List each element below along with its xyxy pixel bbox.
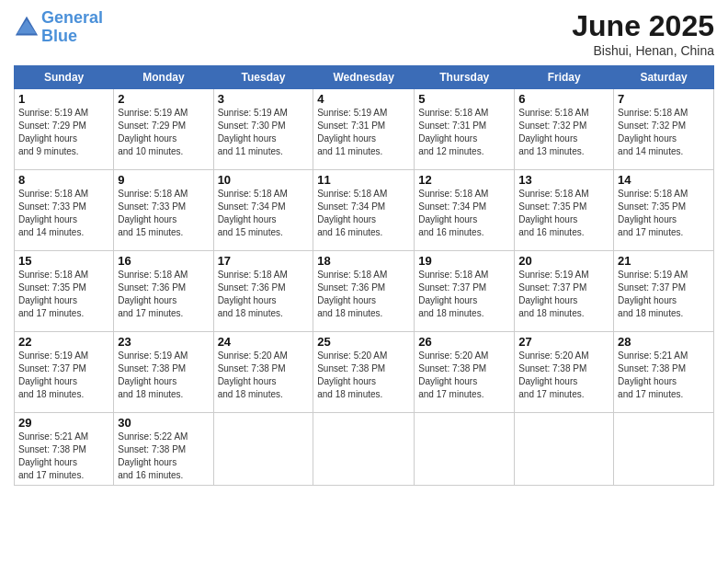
day-info: Sunrise: 5:20 AM Sunset: 7:38 PM Dayligh… bbox=[518, 350, 609, 401]
calendar-cell: 3 Sunrise: 5:19 AM Sunset: 7:30 PM Dayli… bbox=[213, 89, 313, 170]
header: General Blue June 2025 Bishui, Henan, Ch… bbox=[14, 9, 714, 58]
day-number: 27 bbox=[518, 335, 609, 349]
day-number: 14 bbox=[618, 173, 710, 187]
calendar-cell: 23 Sunrise: 5:19 AM Sunset: 7:38 PM Dayl… bbox=[114, 332, 213, 413]
day-info: Sunrise: 5:19 AM Sunset: 7:30 PM Dayligh… bbox=[218, 107, 310, 158]
day-info: Sunrise: 5:18 AM Sunset: 7:34 PM Dayligh… bbox=[218, 188, 310, 239]
calendar-cell: 16 Sunrise: 5:18 AM Sunset: 7:36 PM Dayl… bbox=[114, 251, 213, 332]
calendar-cell: 27 Sunrise: 5:20 AM Sunset: 7:38 PM Dayl… bbox=[515, 332, 614, 413]
day-info: Sunrise: 5:20 AM Sunset: 7:38 PM Dayligh… bbox=[418, 350, 510, 401]
day-number: 25 bbox=[317, 335, 410, 349]
day-number: 30 bbox=[118, 416, 209, 430]
week-row-3: 15 Sunrise: 5:18 AM Sunset: 7:35 PM Dayl… bbox=[15, 251, 714, 332]
day-number: 10 bbox=[218, 173, 310, 187]
day-number: 15 bbox=[18, 254, 109, 268]
title-block: June 2025 Bishui, Henan, China bbox=[572, 9, 714, 58]
day-number: 17 bbox=[218, 254, 310, 268]
day-number: 20 bbox=[518, 254, 609, 268]
calendar-cell bbox=[415, 413, 515, 486]
calendar-cell: 9 Sunrise: 5:18 AM Sunset: 7:33 PM Dayli… bbox=[114, 170, 213, 251]
day-info: Sunrise: 5:19 AM Sunset: 7:37 PM Dayligh… bbox=[618, 269, 710, 320]
col-sunday: Sunday bbox=[15, 66, 114, 89]
calendar-cell: 5 Sunrise: 5:18 AM Sunset: 7:31 PM Dayli… bbox=[415, 89, 515, 170]
day-info: Sunrise: 5:18 AM Sunset: 7:37 PM Dayligh… bbox=[418, 269, 510, 320]
calendar-cell: 17 Sunrise: 5:18 AM Sunset: 7:36 PM Dayl… bbox=[213, 251, 313, 332]
calendar-cell: 10 Sunrise: 5:18 AM Sunset: 7:34 PM Dayl… bbox=[213, 170, 313, 251]
calendar-cell: 1 Sunrise: 5:19 AM Sunset: 7:29 PM Dayli… bbox=[15, 89, 114, 170]
col-friday: Friday bbox=[515, 66, 614, 89]
day-info: Sunrise: 5:18 AM Sunset: 7:36 PM Dayligh… bbox=[118, 269, 209, 320]
day-info: Sunrise: 5:18 AM Sunset: 7:34 PM Dayligh… bbox=[317, 188, 410, 239]
calendar-cell bbox=[515, 413, 614, 486]
calendar-cell: 13 Sunrise: 5:18 AM Sunset: 7:35 PM Dayl… bbox=[515, 170, 614, 251]
calendar-cell: 21 Sunrise: 5:19 AM Sunset: 7:37 PM Dayl… bbox=[614, 251, 714, 332]
calendar-cell: 11 Sunrise: 5:18 AM Sunset: 7:34 PM Dayl… bbox=[313, 170, 415, 251]
day-info: Sunrise: 5:19 AM Sunset: 7:29 PM Dayligh… bbox=[118, 107, 209, 158]
day-info: Sunrise: 5:19 AM Sunset: 7:37 PM Dayligh… bbox=[518, 269, 609, 320]
main-title: June 2025 bbox=[572, 9, 714, 43]
day-number: 24 bbox=[218, 335, 310, 349]
subtitle: Bishui, Henan, China bbox=[572, 43, 714, 58]
calendar-cell: 20 Sunrise: 5:19 AM Sunset: 7:37 PM Dayl… bbox=[515, 251, 614, 332]
day-number: 21 bbox=[618, 254, 710, 268]
week-row-4: 22 Sunrise: 5:19 AM Sunset: 7:37 PM Dayl… bbox=[15, 332, 714, 413]
calendar-cell: 12 Sunrise: 5:18 AM Sunset: 7:34 PM Dayl… bbox=[415, 170, 515, 251]
calendar-cell: 8 Sunrise: 5:18 AM Sunset: 7:33 PM Dayli… bbox=[15, 170, 114, 251]
col-thursday: Thursday bbox=[415, 66, 515, 89]
day-number: 18 bbox=[317, 254, 410, 268]
day-info: Sunrise: 5:19 AM Sunset: 7:29 PM Dayligh… bbox=[18, 107, 109, 158]
day-number: 4 bbox=[317, 92, 410, 106]
col-tuesday: Tuesday bbox=[213, 66, 313, 89]
day-number: 12 bbox=[418, 173, 510, 187]
col-monday: Monday bbox=[114, 66, 213, 89]
day-number: 1 bbox=[18, 92, 109, 106]
week-row-2: 8 Sunrise: 5:18 AM Sunset: 7:33 PM Dayli… bbox=[15, 170, 714, 251]
day-info: Sunrise: 5:22 AM Sunset: 7:38 PM Dayligh… bbox=[118, 431, 209, 482]
day-info: Sunrise: 5:18 AM Sunset: 7:36 PM Dayligh… bbox=[317, 269, 410, 320]
day-number: 28 bbox=[618, 335, 710, 349]
calendar-cell bbox=[614, 413, 714, 486]
calendar-cell: 18 Sunrise: 5:18 AM Sunset: 7:36 PM Dayl… bbox=[313, 251, 415, 332]
day-number: 16 bbox=[118, 254, 209, 268]
logo-text: General Blue bbox=[41, 9, 103, 46]
calendar-cell: 29 Sunrise: 5:21 AM Sunset: 7:38 PM Dayl… bbox=[15, 413, 114, 486]
svg-marker-1 bbox=[17, 19, 37, 33]
day-info: Sunrise: 5:18 AM Sunset: 7:34 PM Dayligh… bbox=[418, 188, 510, 239]
day-info: Sunrise: 5:18 AM Sunset: 7:32 PM Dayligh… bbox=[618, 107, 710, 158]
day-info: Sunrise: 5:18 AM Sunset: 7:35 PM Dayligh… bbox=[18, 269, 109, 320]
day-info: Sunrise: 5:21 AM Sunset: 7:38 PM Dayligh… bbox=[18, 431, 109, 482]
calendar-table: Sunday Monday Tuesday Wednesday Thursday… bbox=[14, 65, 714, 486]
day-info: Sunrise: 5:18 AM Sunset: 7:36 PM Dayligh… bbox=[218, 269, 310, 320]
calendar-cell: 26 Sunrise: 5:20 AM Sunset: 7:38 PM Dayl… bbox=[415, 332, 515, 413]
calendar-cell bbox=[213, 413, 313, 486]
calendar-cell: 2 Sunrise: 5:19 AM Sunset: 7:29 PM Dayli… bbox=[114, 89, 213, 170]
day-number: 13 bbox=[518, 173, 609, 187]
day-info: Sunrise: 5:18 AM Sunset: 7:35 PM Dayligh… bbox=[518, 188, 609, 239]
logo: General Blue bbox=[14, 9, 103, 46]
day-number: 22 bbox=[18, 335, 109, 349]
page: General Blue June 2025 Bishui, Henan, Ch… bbox=[0, 0, 728, 563]
day-number: 6 bbox=[518, 92, 609, 106]
day-number: 23 bbox=[118, 335, 209, 349]
day-info: Sunrise: 5:18 AM Sunset: 7:32 PM Dayligh… bbox=[518, 107, 609, 158]
day-number: 9 bbox=[118, 173, 209, 187]
day-number: 19 bbox=[418, 254, 510, 268]
day-number: 29 bbox=[18, 416, 109, 430]
logo-icon bbox=[14, 15, 40, 40]
day-number: 5 bbox=[418, 92, 510, 106]
day-info: Sunrise: 5:19 AM Sunset: 7:37 PM Dayligh… bbox=[18, 350, 109, 401]
calendar-cell: 15 Sunrise: 5:18 AM Sunset: 7:35 PM Dayl… bbox=[15, 251, 114, 332]
day-number: 2 bbox=[118, 92, 209, 106]
calendar-cell: 24 Sunrise: 5:20 AM Sunset: 7:38 PM Dayl… bbox=[213, 332, 313, 413]
calendar-cell: 28 Sunrise: 5:21 AM Sunset: 7:38 PM Dayl… bbox=[614, 332, 714, 413]
week-row-5: 29 Sunrise: 5:21 AM Sunset: 7:38 PM Dayl… bbox=[15, 413, 714, 486]
day-info: Sunrise: 5:20 AM Sunset: 7:38 PM Dayligh… bbox=[218, 350, 310, 401]
col-saturday: Saturday bbox=[614, 66, 714, 89]
day-number: 3 bbox=[218, 92, 310, 106]
day-number: 7 bbox=[618, 92, 710, 106]
calendar-cell: 14 Sunrise: 5:18 AM Sunset: 7:35 PM Dayl… bbox=[614, 170, 714, 251]
day-info: Sunrise: 5:19 AM Sunset: 7:38 PM Dayligh… bbox=[118, 350, 209, 401]
day-info: Sunrise: 5:18 AM Sunset: 7:31 PM Dayligh… bbox=[418, 107, 510, 158]
calendar-cell: 30 Sunrise: 5:22 AM Sunset: 7:38 PM Dayl… bbox=[114, 413, 213, 486]
calendar-cell: 22 Sunrise: 5:19 AM Sunset: 7:37 PM Dayl… bbox=[15, 332, 114, 413]
